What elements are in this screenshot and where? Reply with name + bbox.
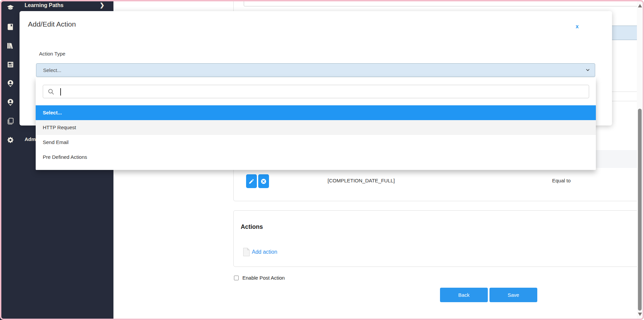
copy-icon[interactable]: [7, 117, 14, 125]
edit-condition-button[interactable]: [246, 174, 257, 188]
scroll-down-arrow-icon[interactable]: [638, 313, 642, 316]
dropdown-option-http-request[interactable]: HTTP Request: [36, 120, 596, 135]
search-icon: [48, 88, 54, 95]
action-type-select-value: Select...: [43, 67, 61, 73]
scroll-up-arrow-icon[interactable]: [638, 4, 642, 7]
vertical-scrollbar[interactable]: [637, 1, 643, 319]
sidebar-admin-label[interactable]: Adm: [25, 136, 36, 142]
condition-field: [COMPLETION_DATE_FULL]: [328, 178, 395, 183]
dropdown-option-list: Select... HTTP Request Send Email Pre De…: [36, 105, 596, 165]
post-action-row: Enable Post Action: [234, 275, 285, 281]
dropdown-option-pre-defined-actions[interactable]: Pre Defined Actions: [36, 150, 596, 165]
newspaper-icon[interactable]: [7, 61, 14, 68]
dropdown-search-box[interactable]: [43, 85, 589, 98]
app-screen: [COMPLETION_DATE_FULL] Equal to 01/08/20…: [0, 0, 644, 320]
book-icon[interactable]: [7, 23, 14, 31]
sidebar-item-label: Learning Paths: [25, 2, 64, 8]
actions-panel: Actions Add action: [233, 210, 644, 267]
graduation-cap-icon: [7, 4, 14, 11]
chevron-down-icon: [585, 68, 590, 72]
dropdown-search-input[interactable]: [58, 86, 583, 97]
action-type-label: Action Type: [39, 51, 65, 57]
person-pin-icon[interactable]: [7, 99, 14, 106]
page-icon: [243, 248, 250, 256]
text-cursor: [60, 88, 61, 96]
action-type-select[interactable]: Select...: [36, 63, 595, 77]
dropdown-option-send-email[interactable]: Send Email: [36, 135, 596, 150]
scrollbar-thumb[interactable]: [638, 109, 642, 311]
chevron-right-icon: ❯: [100, 2, 104, 9]
actions-title: Actions: [241, 223, 263, 230]
sidebar-item-learning-paths[interactable]: Learning Paths ❯: [0, 0, 113, 11]
dropdown-option-select[interactable]: Select...: [36, 105, 596, 120]
add-action-label: Add action: [252, 249, 277, 255]
enable-post-action-checkbox[interactable]: [234, 276, 239, 280]
modal-title: Add/Edit Action: [28, 20, 76, 28]
save-button[interactable]: Save: [489, 288, 537, 302]
modal-close-button[interactable]: x: [576, 24, 579, 30]
library-icon[interactable]: [7, 42, 14, 49]
condition-operator: Equal to: [552, 178, 571, 183]
enable-post-action-label: Enable Post Action: [242, 275, 285, 281]
circle-x-icon: [261, 178, 267, 184]
person-pin-icon[interactable]: [7, 80, 14, 87]
pencil-icon: [248, 178, 255, 184]
delete-condition-button[interactable]: [258, 174, 269, 188]
action-type-dropdown: Select... HTTP Request Send Email Pre De…: [36, 77, 596, 170]
add-action-link[interactable]: Add action: [243, 248, 277, 256]
gear-icon[interactable]: [7, 136, 14, 144]
back-button[interactable]: Back: [440, 288, 488, 302]
description-textarea[interactable]: [244, 0, 644, 6]
